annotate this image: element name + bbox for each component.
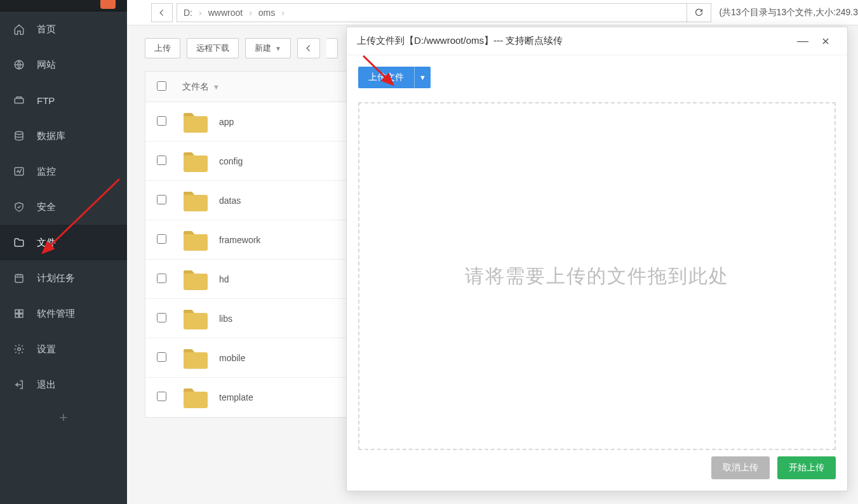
path-stats: (共13个目录与13个文件,大小:249.3: [719, 7, 858, 18]
folder-icon: [182, 190, 208, 211]
modal-footer: 取消上传 开始上传: [347, 456, 847, 491]
sidebar-item-security[interactable]: 安全: [0, 189, 127, 225]
svg-rect-3: [15, 168, 23, 175]
sidebar-item-home[interactable]: 首页: [0, 11, 127, 47]
svg-point-9: [18, 348, 21, 351]
row-checkbox[interactable]: [157, 234, 166, 244]
monitor-icon: [13, 165, 25, 178]
folder-icon: [182, 347, 208, 369]
sidebar-item-label: 网站: [37, 59, 56, 71]
upload-file-button[interactable]: 上传文件: [358, 67, 414, 88]
dropzone[interactable]: 请将需要上传的文件拖到此处: [358, 102, 836, 450]
crumb-wwwroot[interactable]: wwwroot: [208, 8, 243, 18]
folder-icon: [182, 308, 208, 329]
folder-icon: [13, 236, 25, 249]
sidebar-item-label: 计划任务: [37, 272, 75, 284]
row-checkbox[interactable]: [157, 274, 166, 283]
pathbar: D: › wwwroot › oms › (共13个目录与13个文件,大小:24…: [127, 0, 858, 25]
home-icon: [13, 23, 25, 36]
row-checkbox[interactable]: [157, 156, 166, 165]
ftp-icon: [13, 94, 25, 107]
shield-icon: [13, 201, 25, 213]
globe-icon: [13, 58, 25, 71]
sidebar-item-label: 首页: [37, 23, 56, 36]
file-name: framework: [219, 235, 260, 245]
sidebar-item-cron[interactable]: 计划任务: [0, 260, 127, 296]
exit-icon: [13, 378, 25, 391]
sidebar-item-file[interactable]: 文件: [0, 225, 127, 260]
sidebar-item-label: 监控: [37, 166, 56, 178]
folder-icon: [182, 229, 208, 251]
sidebar-item-soft[interactable]: 软件管理: [0, 296, 127, 331]
sidebar-item-monitor[interactable]: 监控: [0, 154, 127, 189]
breadcrumb[interactable]: D: › wwwroot › oms ›: [177, 3, 687, 22]
apps-icon: [13, 307, 25, 320]
sidebar-item-label: 退出: [37, 379, 56, 391]
sidebar-item-exit[interactable]: 退出: [0, 367, 127, 402]
chevron-right-icon: ›: [199, 8, 202, 18]
database-icon: [13, 129, 25, 142]
sidebar-item-label: 数据库: [37, 130, 65, 142]
sidebar-item-db[interactable]: 数据库: [0, 118, 127, 154]
file-name: template: [219, 392, 253, 402]
sidebar-item-settings[interactable]: 设置: [0, 331, 127, 367]
chevron-right-icon: ›: [281, 8, 285, 18]
folder-icon: [182, 111, 208, 133]
upload-button[interactable]: 上传: [145, 38, 180, 58]
sidebar-item-label: 设置: [37, 343, 56, 355]
svg-rect-8: [20, 314, 23, 317]
path-back-button[interactable]: [151, 3, 173, 22]
svg-point-2: [15, 131, 23, 135]
sidebar-item-site[interactable]: 网站: [0, 47, 127, 83]
svg-rect-1: [15, 98, 23, 103]
header-badge: [100, 0, 116, 9]
sort-down-icon: ▼: [213, 83, 220, 91]
toolbar-extra-button[interactable]: [326, 38, 338, 58]
new-menu-button[interactable]: 新建▼: [245, 38, 291, 58]
gear-icon: [13, 343, 25, 355]
toolbar-back-button[interactable]: [297, 38, 320, 58]
file-name: datas: [219, 196, 241, 206]
modal-body: 上传文件 ▼ 请将需要上传的文件拖到此处: [347, 55, 847, 456]
cancel-upload-button[interactable]: 取消上传: [711, 456, 770, 479]
upload-file-dropdown[interactable]: ▼: [414, 67, 431, 88]
row-checkbox[interactable]: [157, 392, 166, 401]
modal-header[interactable]: 上传文件到【D:/wwwroot/oms】--- 支持断点续传 —: [347, 27, 847, 55]
row-checkbox[interactable]: [157, 352, 166, 362]
caret-down-icon: ▼: [275, 45, 281, 52]
refresh-button[interactable]: [687, 3, 711, 22]
row-checkbox[interactable]: [157, 116, 166, 126]
minimize-button[interactable]: —: [791, 32, 814, 50]
folder-icon: [182, 269, 208, 290]
crumb-drive[interactable]: D:: [184, 8, 192, 18]
sidebar-header: [0, 0, 127, 11]
crumb-oms[interactable]: oms: [258, 8, 275, 18]
modal-title: 上传文件到【D:/wwwroot/oms】--- 支持断点续传: [357, 35, 791, 47]
sidebar-item-label: FTP: [37, 95, 55, 106]
svg-rect-7: [15, 314, 18, 317]
remote-download-button[interactable]: 远程下载: [187, 38, 239, 58]
dropzone-text: 请将需要上传的文件拖到此处: [465, 263, 729, 289]
upload-modal: 上传文件到【D:/wwwroot/oms】--- 支持断点续传 — 上传文件 ▼…: [346, 27, 848, 491]
folder-icon: [182, 387, 208, 408]
row-checkbox[interactable]: [157, 195, 166, 204]
sidebar-item-label: 安全: [37, 201, 56, 213]
file-name: app: [219, 117, 234, 127]
select-all-checkbox[interactable]: [157, 81, 166, 91]
svg-rect-5: [15, 310, 18, 313]
svg-rect-6: [20, 310, 23, 313]
folder-icon: [182, 150, 208, 172]
sidebar-add[interactable]: +: [0, 402, 127, 433]
file-name: libs: [219, 314, 232, 324]
start-upload-button[interactable]: 开始上传: [777, 456, 836, 479]
column-header-name[interactable]: 文件名 ▼: [182, 81, 220, 93]
row-checkbox[interactable]: [157, 313, 166, 322]
sidebar-item-label: 软件管理: [37, 308, 75, 320]
chevron-right-icon: ›: [249, 8, 252, 18]
sidebar-item-label: 文件: [37, 237, 56, 249]
file-name: config: [219, 156, 243, 166]
sidebar-item-ftp[interactable]: FTP: [0, 83, 127, 118]
calendar-icon: [13, 272, 25, 284]
close-button[interactable]: [814, 32, 837, 50]
upload-file-splitbutton[interactable]: 上传文件 ▼: [358, 67, 431, 88]
